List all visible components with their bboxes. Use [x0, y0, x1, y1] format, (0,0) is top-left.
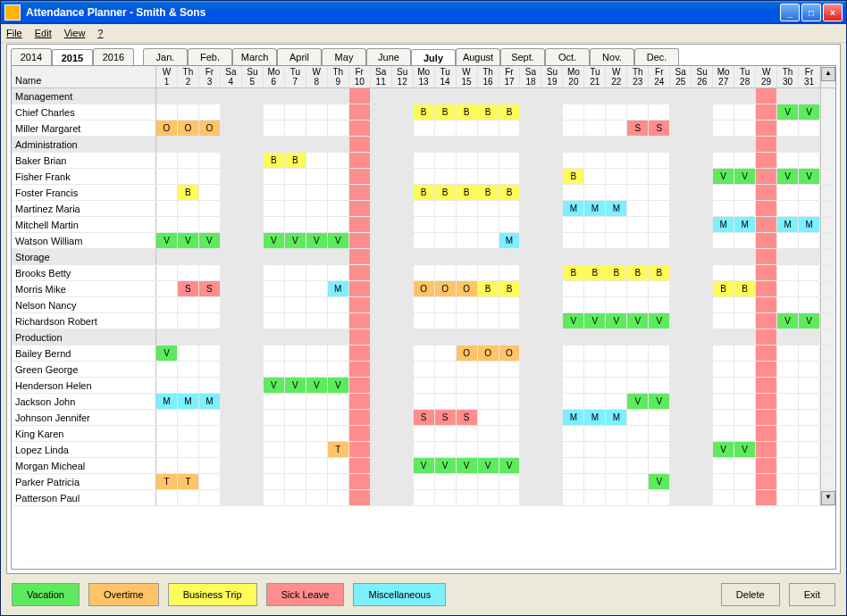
attendance-cell[interactable]	[457, 313, 478, 329]
attendance-cell[interactable]: V	[734, 442, 756, 457]
attendance-cell[interactable]	[520, 458, 541, 473]
attendance-cell[interactable]	[392, 121, 414, 136]
attendance-cell[interactable]	[349, 281, 371, 296]
attendance-cell[interactable]	[777, 233, 799, 248]
attendance-cell[interactable]	[563, 362, 584, 377]
attendance-cell[interactable]	[264, 426, 285, 441]
attendance-cell[interactable]	[285, 313, 306, 329]
attendance-cell[interactable]	[349, 265, 371, 280]
attendance-cell[interactable]	[285, 458, 306, 473]
attendance-cell[interactable]	[584, 426, 606, 441]
attendance-cell[interactable]	[756, 378, 777, 393]
attendance-cell[interactable]	[156, 281, 178, 296]
attendance-cell[interactable]	[178, 265, 199, 280]
attendance-cell[interactable]	[541, 169, 563, 184]
tab-month-sept[interactable]: Sept.	[500, 48, 545, 65]
tab-month-june[interactable]: June	[366, 48, 411, 65]
attendance-cell[interactable]	[435, 426, 457, 441]
attendance-cell[interactable]: V	[178, 233, 199, 248]
attendance-cell[interactable]: V	[799, 169, 820, 184]
attendance-cell[interactable]	[713, 265, 734, 280]
legend-sick-leave[interactable]: Sick Leave	[266, 583, 345, 606]
attendance-cell[interactable]	[756, 426, 777, 441]
attendance-cell[interactable]	[520, 281, 541, 296]
attendance-cell[interactable]	[435, 297, 457, 312]
attendance-cell[interactable]	[221, 217, 242, 232]
attendance-cell[interactable]	[392, 233, 414, 248]
attendance-cell[interactable]	[606, 185, 627, 200]
attendance-cell[interactable]	[692, 265, 713, 280]
attendance-cell[interactable]	[756, 153, 777, 168]
attendance-cell[interactable]	[392, 201, 414, 216]
attendance-cell[interactable]	[627, 378, 649, 393]
attendance-cell[interactable]	[649, 104, 670, 120]
attendance-cell[interactable]	[156, 490, 178, 505]
attendance-cell[interactable]	[306, 281, 328, 296]
attendance-cell[interactable]: B	[649, 265, 670, 280]
attendance-cell[interactable]	[713, 153, 734, 168]
attendance-cell[interactable]: V	[649, 313, 670, 329]
attendance-cell[interactable]	[584, 345, 606, 361]
attendance-cell[interactable]	[541, 233, 563, 248]
attendance-cell[interactable]	[713, 378, 734, 393]
attendance-cell[interactable]	[349, 185, 371, 200]
attendance-cell[interactable]	[627, 233, 649, 248]
attendance-cell[interactable]	[606, 121, 627, 136]
attendance-cell[interactable]	[520, 313, 541, 329]
attendance-cell[interactable]	[328, 313, 349, 329]
attendance-cell[interactable]	[499, 201, 521, 216]
attendance-cell[interactable]	[563, 281, 584, 296]
attendance-cell[interactable]	[349, 313, 371, 329]
attendance-cell[interactable]	[221, 185, 242, 200]
attendance-cell[interactable]	[799, 345, 820, 361]
attendance-cell[interactable]	[242, 313, 264, 329]
attendance-cell[interactable]	[306, 121, 328, 136]
attendance-cell[interactable]	[541, 281, 563, 296]
attendance-cell[interactable]	[520, 474, 541, 489]
attendance-cell[interactable]	[756, 265, 777, 280]
attendance-cell[interactable]	[242, 297, 264, 312]
attendance-cell[interactable]	[670, 362, 692, 377]
attendance-cell[interactable]	[670, 281, 692, 296]
attendance-cell[interactable]	[371, 201, 392, 216]
attendance-cell[interactable]	[649, 345, 670, 361]
attendance-cell[interactable]	[221, 104, 242, 120]
attendance-cell[interactable]	[541, 153, 563, 168]
attendance-cell[interactable]	[756, 185, 777, 200]
attendance-cell[interactable]	[541, 474, 563, 489]
attendance-cell[interactable]	[692, 185, 713, 200]
attendance-cell[interactable]: O	[414, 281, 435, 296]
attendance-cell[interactable]	[221, 410, 242, 425]
attendance-cell[interactable]	[520, 217, 541, 232]
attendance-cell[interactable]	[563, 104, 584, 120]
attendance-cell[interactable]	[306, 297, 328, 312]
attendance-cell[interactable]: M	[734, 217, 756, 232]
attendance-cell[interactable]	[199, 426, 221, 441]
attendance-cell[interactable]: B	[478, 185, 499, 200]
attendance-cell[interactable]	[799, 265, 820, 280]
attendance-cell[interactable]	[563, 474, 584, 489]
attendance-cell[interactable]	[478, 410, 499, 425]
attendance-cell[interactable]	[156, 297, 178, 312]
attendance-cell[interactable]	[392, 426, 414, 441]
attendance-cell[interactable]	[670, 410, 692, 425]
attendance-cell[interactable]	[242, 153, 264, 168]
attendance-cell[interactable]	[799, 442, 820, 457]
attendance-cell[interactable]	[371, 153, 392, 168]
tab-month-oct[interactable]: Oct.	[545, 48, 590, 65]
attendance-cell[interactable]	[606, 281, 627, 296]
attendance-cell[interactable]	[457, 490, 478, 505]
attendance-cell[interactable]	[756, 345, 777, 361]
attendance-cell[interactable]: V	[264, 378, 285, 393]
attendance-cell[interactable]	[371, 362, 392, 377]
attendance-cell[interactable]	[606, 217, 627, 232]
attendance-cell[interactable]: O	[499, 345, 521, 361]
attendance-cell[interactable]	[242, 378, 264, 393]
attendance-cell[interactable]	[756, 313, 777, 329]
attendance-cell[interactable]	[670, 378, 692, 393]
attendance-cell[interactable]	[627, 297, 649, 312]
attendance-cell[interactable]	[178, 217, 199, 232]
attendance-cell[interactable]	[606, 153, 627, 168]
attendance-cell[interactable]	[156, 201, 178, 216]
attendance-cell[interactable]	[264, 281, 285, 296]
